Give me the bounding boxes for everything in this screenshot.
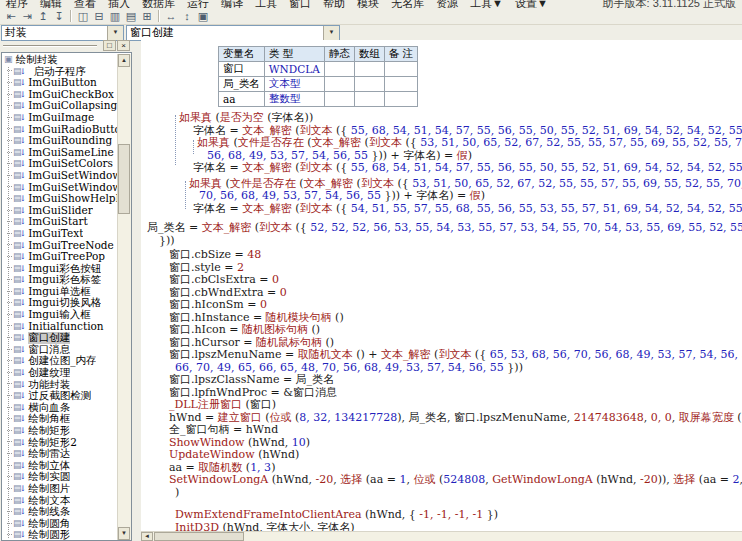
tree-item[interactable]: ▤↓绘制线条 xyxy=(2,506,118,518)
variable-row[interactable]: aa整数型 xyxy=(219,92,418,107)
tree-item[interactable]: ▤↓绘制矩形 xyxy=(2,425,118,437)
tree-item[interactable]: ▤↓ImGuiRounding xyxy=(2,135,118,147)
same-width-icon[interactable]: ↔ xyxy=(163,10,179,23)
variable-row[interactable]: 窗口WNDCLA xyxy=(219,62,418,77)
align-bottom-icon[interactable]: ↧ xyxy=(51,10,67,23)
tree-item[interactable]: ▤↓Imgui输入框 xyxy=(2,309,118,321)
variable-array-cell[interactable] xyxy=(354,92,384,107)
variable-array-cell[interactable] xyxy=(354,77,384,92)
section-combobox[interactable]: 封装 ▼ xyxy=(1,25,124,41)
variable-array-cell[interactable] xyxy=(354,62,384,77)
tree-item[interactable]: ▤↓ImGuiCheckBox xyxy=(2,89,118,101)
menu-item[interactable]: 帮助 xyxy=(317,0,351,8)
tree-item[interactable]: ▤↓创建纹理 xyxy=(2,367,118,379)
tree-root-item[interactable]: ▣ 绘制封装 xyxy=(2,54,118,66)
tree-item[interactable]: ▤↓Imgui切换风格 xyxy=(2,297,118,309)
variable-static-cell[interactable] xyxy=(324,62,354,77)
variable-static-cell[interactable] xyxy=(324,92,354,107)
scroll-down-icon[interactable]: ▼ xyxy=(118,527,130,540)
code-line[interactable]: 字体名 = 文本_解密 (到文本 ({ 54, 51, 55, 57, 55, … xyxy=(193,203,742,216)
close-icon[interactable]: × xyxy=(117,40,130,51)
tree-item[interactable]: ▤↓绘制圆角 xyxy=(2,518,118,530)
tree-item[interactable]: ▤↓ImGuiShowHelpMarker xyxy=(2,193,118,205)
size-to-grid-icon[interactable]: ⊞ xyxy=(139,10,155,23)
menu-item[interactable]: 设置▼ xyxy=(509,0,554,8)
center-horizontal-icon[interactable]: ◫ xyxy=(75,10,91,23)
same-size-icon[interactable]: ▣ xyxy=(195,10,211,23)
chevron-down-icon[interactable]: ▼ xyxy=(323,26,339,40)
tree-item[interactable]: ▤↓绘制文本 xyxy=(2,495,118,507)
scrollbar-thumb[interactable] xyxy=(118,144,130,214)
tree-item[interactable]: ▤↓ImGuiTreeNode xyxy=(2,240,118,252)
tree-item[interactable]: ▤↓横向血条 xyxy=(2,402,118,414)
tree-item[interactable]: ▤↓ImGuiRadioButton xyxy=(2,124,118,136)
tree-item[interactable]: ▤↓ImGuiImage xyxy=(2,112,118,124)
tree-item[interactable]: ▤↓ImGuiStart xyxy=(2,216,118,228)
scroll-up-icon[interactable]: ▲ xyxy=(118,54,130,67)
tree-item[interactable]: ▤↓Imgui彩色标签 xyxy=(2,274,118,286)
variable-remark-cell[interactable] xyxy=(384,92,417,107)
code-line[interactable]: 字体名 = 文本_解密 (到文本 ({ 55, 68, 54, 51, 54, … xyxy=(193,162,742,175)
code-editor[interactable]: 变量名类 型静态数组备 注 窗口WNDCLA 局_类名文本型 aa整数型 如果真… xyxy=(141,40,742,532)
variable-type-cell[interactable]: WNDCLA xyxy=(264,62,324,77)
dock-grip[interactable] xyxy=(3,45,97,46)
tree-item[interactable]: ▤↓ImGuiSameLine xyxy=(2,147,118,159)
chevron-down-icon[interactable]: ▼ xyxy=(107,26,123,40)
code-lines[interactable]: 如果真 (是否为空 (字体名))字体名 = 文本_解密 (到文本 ({ 55, … xyxy=(141,112,742,532)
tree-item[interactable]: ▤↓绘制雷达 xyxy=(2,448,118,460)
tree-item[interactable]: ▤↓过反截图检测 xyxy=(2,390,118,402)
variable-static-cell[interactable] xyxy=(324,77,354,92)
code-line[interactable]: SetWindowLongA (hWnd, -20, 选择 (aa = 1, 位… xyxy=(169,474,742,487)
variable-remark-cell[interactable] xyxy=(384,62,417,77)
code-line[interactable]: 局_类名 = 文本_解密 (到文本 ({ 52, 52, 52, 56, 53,… xyxy=(147,222,742,235)
tree-item[interactable]: ▤↓ImGuiTreePop xyxy=(2,251,118,263)
menu-item[interactable]: 模块 xyxy=(351,0,385,8)
tree-item[interactable]: ▤↓ImGuiButton xyxy=(2,77,118,89)
tree-item[interactable]: ▤↓绘制角框 xyxy=(2,413,118,425)
space-evenly-horizontal-icon[interactable]: ▥ xyxy=(107,10,123,23)
tree-item[interactable]: ▤↓窗口消息 xyxy=(2,344,118,356)
space-evenly-vertical-icon[interactable]: ▤ xyxy=(123,10,139,23)
align-right-icon[interactable]: ⇥ xyxy=(19,10,35,23)
subroutine-combobox[interactable]: 窗口创建 ▼ xyxy=(126,25,340,41)
code-line[interactable]: })) xyxy=(159,235,742,248)
tree-item[interactable]: ▤↓窗口创建 xyxy=(2,332,118,344)
align-left-icon[interactable]: ⇤ xyxy=(3,10,19,23)
variable-type-cell[interactable]: 文本型 xyxy=(264,77,324,92)
tree-item[interactable]: ▤↓绘制圆形 xyxy=(2,529,118,540)
tree-item[interactable]: ▤↓绘制矩形2 xyxy=(2,437,118,449)
center-vertical-icon[interactable]: ⊟ xyxy=(91,10,107,23)
variable-row[interactable]: 局_类名文本型 xyxy=(219,77,418,92)
code-line[interactable]: ) xyxy=(175,487,742,500)
menu-item[interactable]: 插入 xyxy=(102,0,136,8)
same-height-icon[interactable]: ↕ xyxy=(179,10,195,23)
variable-type-cell[interactable]: 整数型 xyxy=(264,92,324,107)
tree-item[interactable]: ▤↓ImGuiSetWindow xyxy=(2,170,118,182)
menu-item[interactable]: 工具 xyxy=(249,0,283,8)
tree-item[interactable]: ▤↓ImGuiText xyxy=(2,228,118,240)
menu-item[interactable]: 查看 xyxy=(68,0,102,8)
variable-remark-cell[interactable] xyxy=(384,77,417,92)
tree-item[interactable]: ▤↓ImGuiSetWindowFold xyxy=(2,182,118,194)
variable-name-cell[interactable]: aa xyxy=(219,92,265,107)
tree-item[interactable]: ▤↓ImGuiCollapsingHeader xyxy=(2,100,118,112)
menu-item[interactable]: 运行 xyxy=(181,0,215,8)
tree-item[interactable]: ▤↓创建位图_内存 xyxy=(2,355,118,367)
menu-item[interactable]: 数据库 xyxy=(136,0,181,8)
variable-name-cell[interactable]: 局_类名 xyxy=(219,77,265,92)
code-line[interactable]: 窗口.cbSize = 48 xyxy=(169,249,742,262)
tree-item[interactable]: ▤↓绘制图片 xyxy=(2,483,118,495)
scroll-left-icon[interactable]: ◄ xyxy=(141,532,153,541)
menu-item[interactable]: 程序 xyxy=(0,0,34,8)
tree-item[interactable]: ▤↓Initialfunction xyxy=(2,321,118,333)
tree-item[interactable]: ▤↓Imgui彩色按钮 xyxy=(2,263,118,275)
tree-item[interactable]: ▤↓_启动子程序 xyxy=(2,66,118,78)
menu-item[interactable]: 编译 xyxy=(215,0,249,8)
menu-item[interactable]: 无名库 xyxy=(385,0,430,8)
menu-item[interactable]: 资源 xyxy=(430,0,464,8)
menu-item[interactable]: 编辑 xyxy=(34,0,68,8)
menu-item[interactable]: 窗口 xyxy=(283,0,317,8)
variable-name-cell[interactable]: 窗口 xyxy=(219,62,265,77)
tree-item[interactable]: ▤↓绘制立体 xyxy=(2,460,118,472)
menu-item[interactable]: 工具▼ xyxy=(464,0,509,8)
